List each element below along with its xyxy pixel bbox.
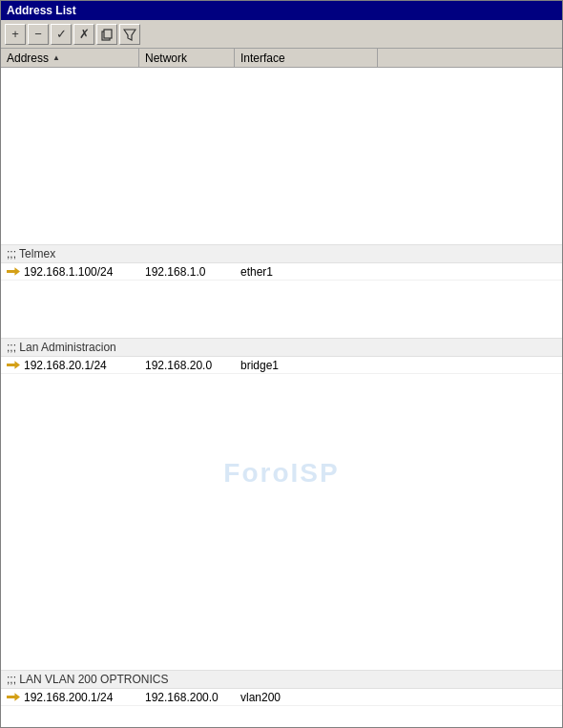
cell-address: 192.168.1.100/24 [1,264,139,280]
copy-button[interactable] [96,24,117,45]
spacer-mid-2 [1,374,562,670]
route-icon [7,265,20,279]
empty-spacer-top [1,68,562,244]
col-network[interactable]: Network [139,49,235,67]
table-body: ;;; Telmex 192.168.1.100/24 192.168.1.0 … [1,68,562,727]
cell-address: 192.168.20.1/24 [1,358,139,373]
table-row[interactable]: 192.168.200.1/24 192.168.200.0 vlan200 [1,689,562,706]
content-area: Address ▲ Network Interface ;;; Telmex 1… [1,49,562,727]
column-headers: Address ▲ Network Interface [1,49,562,68]
toolbar: + − ✓ ✗ [1,20,562,49]
check-button[interactable]: ✓ [51,24,72,45]
col-network-label: Network [145,52,187,65]
cell-network: 192.168.20.0 [139,358,235,373]
cell-network: 192.168.1.0 [139,264,235,280]
col-address[interactable]: Address ▲ [1,49,139,67]
add-button[interactable]: + [5,24,26,45]
row-address: 192.168.200.1/24 [24,691,113,704]
row-address: 192.168.1.100/24 [24,265,113,279]
section-lan-admin-label: ;;; Lan Administracion [1,338,562,357]
table-row[interactable]: 192.168.20.1/24 192.168.20.0 bridge1 [1,357,562,374]
cell-interface: vlan200 [235,690,378,705]
section-vlan-label: ;;; LAN VLAN 200 OPTRONICS [1,670,562,689]
filter-button[interactable] [119,24,140,45]
filter-icon [123,28,136,41]
table-row[interactable]: 192.168.1.100/24 192.168.1.0 ether1 [1,263,562,281]
route-icon [7,359,20,372]
title-bar: Address List [1,1,562,20]
copy-icon [100,28,114,41]
col-interface[interactable]: Interface [235,49,378,67]
remove-button[interactable]: − [28,24,49,45]
cell-interface: ether1 [235,264,378,280]
row-address: 192.168.20.1/24 [24,359,107,372]
svg-rect-1 [104,30,112,38]
window-title: Address List [7,4,76,17]
cell-interface: bridge1 [235,358,378,373]
cell-address: 192.168.200.1/24 [1,690,139,705]
address-list-window: Address List + − ✓ ✗ Address ▲ Network [0,0,563,728]
cross-button[interactable]: ✗ [73,24,94,45]
route-icon [7,691,20,704]
col-interface-label: Interface [240,52,285,65]
cell-network: 192.168.200.0 [139,690,235,705]
col-address-label: Address [7,52,49,65]
section-telmex-label: ;;; Telmex [1,244,562,263]
svg-marker-2 [124,30,136,40]
spacer-mid-1 [1,281,562,338]
sort-arrow-icon: ▲ [52,53,60,62]
